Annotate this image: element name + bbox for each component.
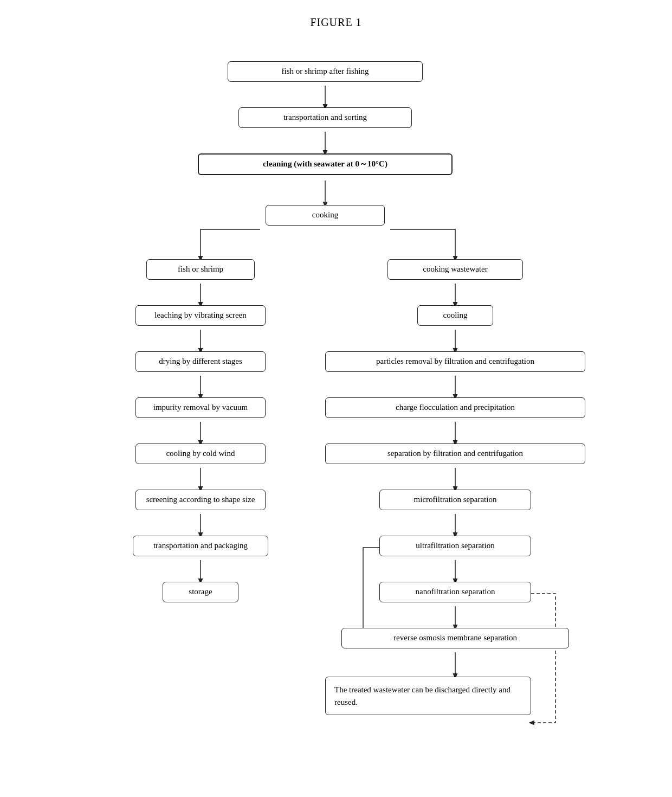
- box-ultrafiltration: ultrafiltration separation: [379, 536, 531, 556]
- box-reverse-osmosis: reverse osmosis membrane separation: [341, 628, 569, 648]
- box-cooking: cooking: [266, 205, 385, 226]
- box-nanofiltration: nanofiltration separation: [379, 582, 531, 602]
- box-cooling-right: cooling: [417, 305, 493, 326]
- box-screening: screening according to shape size: [135, 490, 266, 510]
- box-particles-removal: particles removal by filtration and cent…: [325, 351, 585, 372]
- box-treated-wastewater: The treated wastewater can be discharged…: [325, 677, 531, 715]
- box-microfiltration: microfiltration separation: [379, 490, 531, 510]
- box-storage: storage: [163, 582, 238, 602]
- box-impurity-removal: impurity removal by vacuum: [135, 397, 266, 418]
- box-cooling-cold-wind: cooling by cold wind: [135, 444, 266, 464]
- box-charge-flocculation: charge flocculation and precipitation: [325, 397, 585, 418]
- box-cooking-wastewater: cooking wastewater: [387, 259, 523, 280]
- box-transport-sorting: transportation and sorting: [238, 107, 412, 128]
- box-drying: drying by different stages: [135, 351, 266, 372]
- box-fish-or-shrimp: fish or shrimp: [146, 259, 255, 280]
- flowchart: fish or shrimp after fishing transportat…: [92, 45, 580, 793]
- box-fish-after-fishing: fish or shrimp after fishing: [228, 61, 423, 82]
- box-separation-filtration: separation by filtration and centrifugat…: [325, 444, 585, 464]
- figure-title: FIGURE 1: [92, 16, 580, 29]
- box-leaching: leaching by vibrating screen: [135, 305, 266, 326]
- box-transport-packaging: transportation and packaging: [133, 536, 268, 556]
- box-cleaning: cleaning (with seawater at 0～10°C): [198, 153, 453, 175]
